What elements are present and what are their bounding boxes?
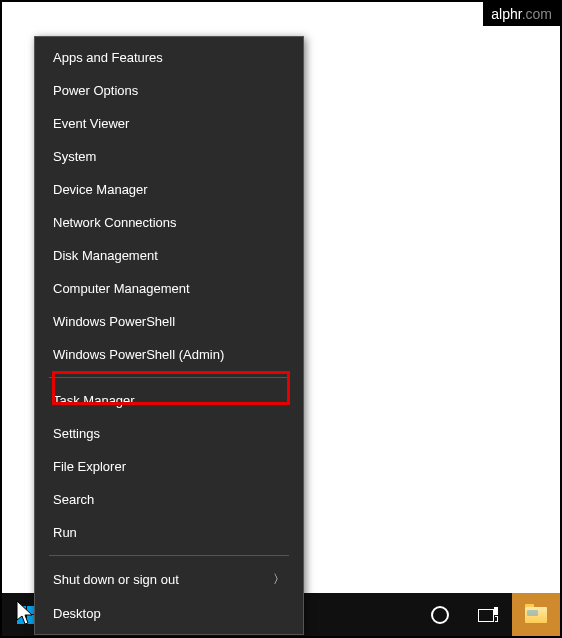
menu-separator [49,555,289,556]
menu-separator [49,377,289,378]
watermark-brand: alphr [491,6,521,22]
menu-item-desktop[interactable]: Desktop [35,597,303,630]
menu-item-event-viewer[interactable]: Event Viewer [35,107,303,140]
task-view-icon [478,607,498,622]
watermark: alphr.com [483,2,560,26]
folder-icon [525,607,547,623]
watermark-suffix: .com [522,6,552,22]
winx-context-menu: Apps and Features Power Options Event Vi… [34,36,304,635]
menu-item-settings[interactable]: Settings [35,417,303,450]
menu-item-computer-management[interactable]: Computer Management [35,272,303,305]
menu-item-disk-management[interactable]: Disk Management [35,239,303,272]
menu-item-task-manager[interactable]: Task Manager [35,384,303,417]
cortana-button[interactable] [416,593,464,636]
menu-item-shutdown[interactable]: Shut down or sign out 〉 [35,562,303,597]
cortana-icon [431,606,449,624]
menu-item-search[interactable]: Search [35,483,303,516]
menu-item-run[interactable]: Run [35,516,303,549]
file-explorer-taskbar-button[interactable] [512,593,560,636]
menu-item-device-manager[interactable]: Device Manager [35,173,303,206]
menu-item-apps-features[interactable]: Apps and Features [35,41,303,74]
mouse-cursor-icon [16,600,36,626]
menu-item-file-explorer[interactable]: File Explorer [35,450,303,483]
menu-item-power-options[interactable]: Power Options [35,74,303,107]
menu-item-powershell-admin[interactable]: Windows PowerShell (Admin) [35,338,303,371]
menu-item-system[interactable]: System [35,140,303,173]
chevron-right-icon: 〉 [273,571,285,588]
menu-item-network-connections[interactable]: Network Connections [35,206,303,239]
task-view-button[interactable] [464,593,512,636]
menu-item-powershell[interactable]: Windows PowerShell [35,305,303,338]
